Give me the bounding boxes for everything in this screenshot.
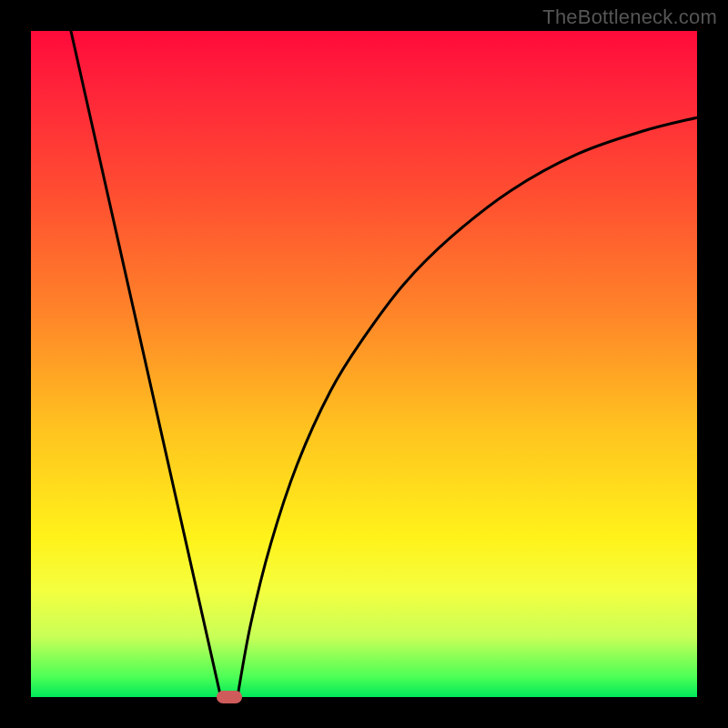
plot-area: [31, 31, 697, 697]
min-marker: [217, 691, 242, 703]
bottleneck-curve: [71, 31, 697, 697]
attribution-text: TheBottleneck.com: [542, 5, 717, 29]
chart-frame: TheBottleneck.com: [0, 0, 728, 728]
curve-svg: [31, 31, 697, 697]
